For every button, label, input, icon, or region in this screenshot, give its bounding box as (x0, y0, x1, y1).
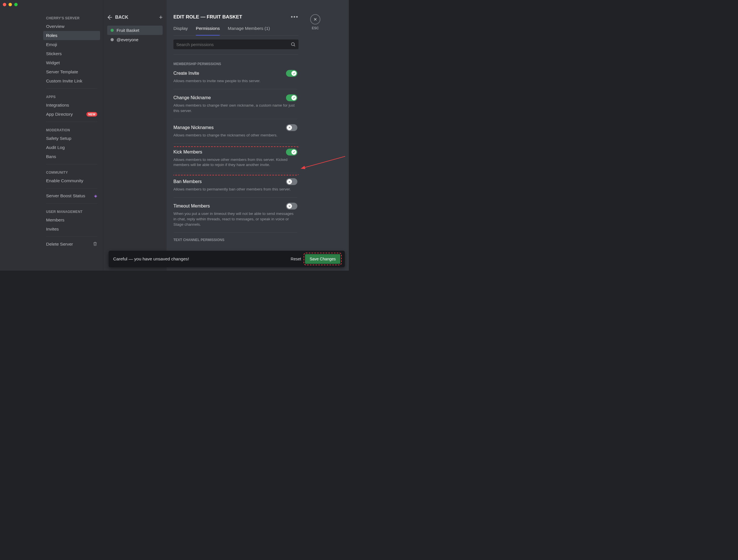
toggle-knob (287, 179, 292, 184)
save-changes-button[interactable]: Save Changes (305, 254, 340, 264)
permissions-list[interactable]: MEMBERSHIP PERMISSIONS Create Invite All… (173, 60, 299, 253)
sidebar-item-label: App Directory (46, 112, 73, 117)
close-settings: ESC (310, 14, 320, 30)
toggle-kick-members[interactable] (286, 149, 297, 155)
toggle-create-invite[interactable] (286, 70, 297, 77)
sidebar-divider (46, 164, 97, 164)
perm-desc: Allows members to invite new people to t… (173, 78, 297, 84)
sidebar-item-server-template[interactable]: Server Template (43, 67, 100, 76)
perm-desc: Allows members to remove other members f… (173, 157, 297, 168)
sidebar-divider (46, 122, 97, 122)
minimize-window-icon[interactable] (9, 3, 12, 6)
sidebar-item-label: Emoji (46, 42, 57, 47)
arrow-left-icon (107, 15, 112, 20)
search-icon (291, 42, 296, 47)
role-color-dot (110, 29, 114, 32)
toggle-change-nickname[interactable] (286, 94, 297, 101)
perm-kick-members: Kick Members Allows members to remove ot… (173, 149, 297, 173)
add-role-button[interactable]: + (159, 14, 162, 20)
section-header-membership: MEMBERSHIP PERMISSIONS (173, 62, 297, 66)
window-traffic-lights (3, 3, 18, 6)
tab-display[interactable]: Display (173, 26, 188, 35)
tab-permissions[interactable]: Permissions (196, 26, 220, 36)
section-header-text-channel: TEXT CHANNEL PERMISSIONS (173, 238, 297, 242)
sidebar-item-delete-server[interactable]: Delete Server (43, 239, 100, 249)
sidebar-divider (46, 88, 97, 89)
sidebar-item-integrations[interactable]: Integrations (43, 101, 100, 110)
server-settings-sidebar: CHERRY'S SERVER Overview Roles Emoji Sti… (0, 0, 103, 270)
sidebar-item-invites[interactable]: Invites (43, 224, 100, 234)
sidebar-divider (46, 236, 97, 237)
role-list-panel: BACK + Fruit Basket @everyone (103, 0, 166, 270)
sidebar-item-widget[interactable]: Widget (43, 58, 100, 67)
close-icon (313, 17, 318, 22)
sidebar-item-label: Invites (46, 226, 59, 232)
tab-manage-members[interactable]: Manage Members (1) (228, 26, 270, 35)
perm-timeout-members: Timeout Members When you put a user in t… (173, 203, 297, 233)
sidebar-item-server-boost-status[interactable]: Server Boost Status ◈ (43, 191, 100, 200)
sidebar-item-roles[interactable]: Roles (43, 31, 100, 40)
perm-desc: Allows members to change their own nickn… (173, 103, 297, 114)
toggle-ban-members[interactable] (286, 178, 297, 185)
toggle-timeout-members[interactable] (286, 203, 297, 209)
new-badge: NEW (86, 112, 97, 116)
perm-desc: Allows members to permanently ban other … (173, 187, 297, 192)
sidebar-item-custom-invite-link[interactable]: Custom Invite Link (43, 76, 100, 86)
reset-button[interactable]: Reset (287, 254, 305, 263)
toggle-knob (291, 149, 297, 155)
sidebar-item-label: Delete Server (46, 241, 73, 247)
sidebar-item-audit-log[interactable]: Audit Log (43, 143, 100, 152)
sidebar-item-stickers[interactable]: Stickers (43, 49, 100, 58)
sidebar-item-label: Overview (46, 24, 64, 29)
sidebar-header-community: COMMUNITY (43, 167, 100, 176)
perm-title: Change Nickname (173, 95, 211, 100)
unsaved-changes-bar: Careful — you have unsaved changes! Rese… (108, 251, 345, 267)
perm-desc: When you put a user in timeout they will… (173, 211, 297, 227)
esc-label: ESC (310, 26, 320, 30)
sidebar-item-bans[interactable]: Bans (43, 152, 100, 161)
sidebar-item-label: Audit Log (46, 145, 65, 150)
toggle-knob (291, 95, 297, 100)
edit-role-panel: EDIT ROLE — FRUIT BASKET ••• Display Per… (166, 0, 349, 270)
close-button[interactable] (310, 14, 320, 24)
sidebar-item-enable-community[interactable]: Enable Community (43, 176, 100, 185)
sidebar-header-user-management: USER MANAGEMENT (43, 206, 100, 215)
perm-ban-members: Ban Members Allows members to permanentl… (173, 178, 297, 197)
search-permissions-field[interactable] (173, 39, 299, 49)
sidebar-item-label: Integrations (46, 103, 69, 108)
search-input[interactable] (176, 42, 291, 47)
perm-title: Manage Nicknames (173, 125, 214, 130)
back-label: BACK (115, 15, 128, 20)
svg-line-10 (304, 156, 345, 168)
sidebar-item-label: Server Template (46, 69, 78, 74)
close-window-icon[interactable] (3, 3, 6, 6)
svg-point-0 (291, 43, 295, 46)
sidebar-item-label: Custom Invite Link (46, 78, 82, 84)
toggle-knob (291, 71, 297, 76)
perm-title: Ban Members (173, 179, 202, 184)
toggle-knob (287, 125, 292, 130)
unsaved-message: Careful — you have unsaved changes! (113, 256, 287, 261)
sidebar-item-emoji[interactable]: Emoji (43, 40, 100, 49)
role-item-fruit-basket[interactable]: Fruit Basket (107, 26, 162, 35)
sidebar-item-overview[interactable]: Overview (43, 22, 100, 31)
more-options-button[interactable]: ••• (291, 14, 299, 20)
svg-line-1 (294, 45, 295, 46)
role-color-dot (110, 38, 114, 41)
sidebar-item-app-directory[interactable]: App Directory NEW (43, 110, 100, 119)
zoom-window-icon[interactable] (14, 3, 18, 6)
boost-icon: ◈ (94, 193, 97, 198)
perm-manage-nicknames: Manage Nicknames Allows members to chang… (173, 124, 297, 143)
content-divider (173, 54, 299, 55)
back-button[interactable]: BACK (107, 15, 128, 20)
role-name: @everyone (116, 37, 138, 42)
sidebar-item-members[interactable]: Members (43, 215, 100, 224)
sidebar-item-label: Roles (46, 33, 57, 38)
sidebar-item-label: Bans (46, 154, 56, 159)
sidebar-header-apps: APPS (43, 91, 100, 101)
toggle-manage-nicknames[interactable] (286, 124, 297, 131)
sidebar-item-safety-setup[interactable]: Safety Setup (43, 134, 100, 143)
page-title: EDIT ROLE — FRUIT BASKET (173, 14, 242, 20)
role-item-everyone[interactable]: @everyone (107, 35, 162, 44)
perm-title: Kick Members (173, 149, 202, 155)
